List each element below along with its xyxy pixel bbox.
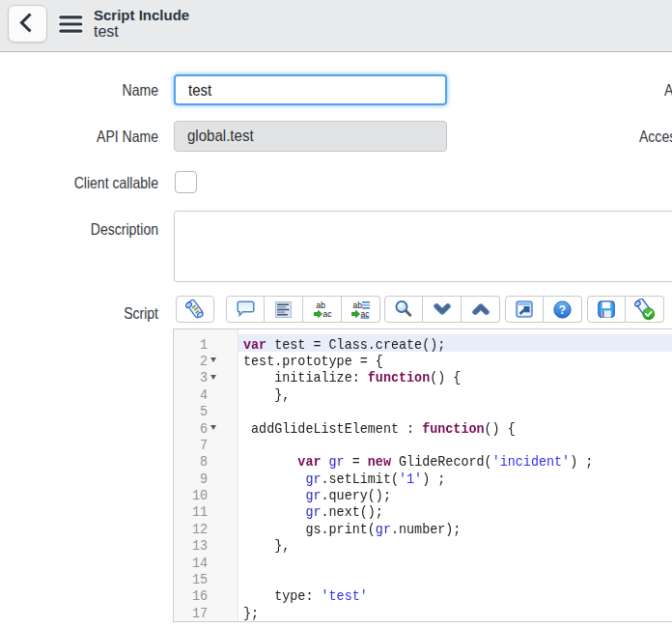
svg-text:ac: ac [360, 308, 370, 318]
svg-text:?: ? [559, 302, 566, 316]
svg-text:ac: ac [322, 309, 332, 319]
